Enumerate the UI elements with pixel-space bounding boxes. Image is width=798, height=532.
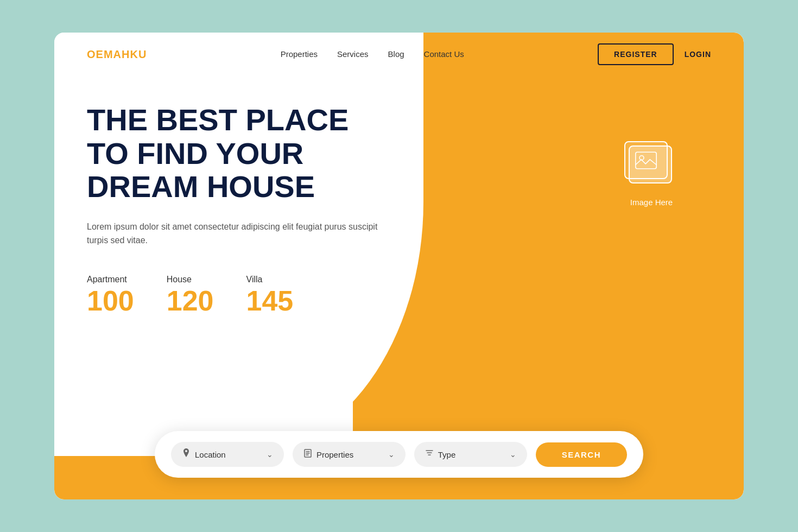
- location-dropdown[interactable]: Location ⌄: [171, 442, 284, 467]
- search-button[interactable]: SEARCH: [536, 442, 627, 467]
- nav-links: Properties Services Blog Contact Us: [281, 49, 464, 59]
- nav-actions: REGISTER LOGIN: [598, 43, 711, 65]
- hero-title: THE BEST PLACE TO FIND YOUR DREAM HOUSE: [87, 103, 391, 204]
- location-icon: [182, 448, 191, 460]
- stat-apartment: Apartment 100: [87, 275, 134, 315]
- nav-services[interactable]: Services: [337, 49, 369, 59]
- location-label: Location: [195, 450, 262, 459]
- stat-house-number: 120: [167, 287, 214, 315]
- hero-content: THE BEST PLACE TO FIND YOUR DREAM HOUSE …: [87, 103, 391, 315]
- navbar: OEMAHKU Properties Services Blog Contact…: [54, 33, 744, 76]
- svg-rect-0: [636, 152, 656, 168]
- search-bar: Location ⌄ Properties ⌄: [155, 431, 643, 478]
- nav-blog[interactable]: Blog: [388, 49, 404, 59]
- stat-villa: Villa 145: [246, 275, 294, 315]
- stat-house-label: House: [167, 275, 214, 284]
- stat-villa-label: Villa: [246, 275, 294, 284]
- properties-icon: [303, 448, 312, 460]
- type-icon: [425, 448, 434, 460]
- type-label: Type: [438, 450, 505, 459]
- type-chevron-icon: ⌄: [510, 450, 516, 459]
- image-icon: [624, 141, 679, 190]
- image-placeholder: Image Here: [624, 141, 679, 207]
- svg-point-1: [639, 155, 644, 160]
- properties-label: Properties: [316, 450, 384, 459]
- nav-contact[interactable]: Contact Us: [424, 49, 464, 59]
- stat-villa-number: 145: [246, 287, 294, 315]
- hero-description: Lorem ipsum dolor sit amet consectetur a…: [87, 220, 391, 248]
- search-bar-container: Location ⌄ Properties ⌄: [155, 431, 643, 478]
- properties-chevron-icon: ⌄: [388, 450, 395, 459]
- page-container: OEMAHKU Properties Services Blog Contact…: [54, 33, 744, 499]
- stat-house: House 120: [167, 275, 214, 315]
- register-button[interactable]: REGISTER: [598, 43, 674, 65]
- stat-apartment-number: 100: [87, 287, 134, 315]
- logo: OEMAHKU: [87, 48, 147, 61]
- type-dropdown[interactable]: Type ⌄: [414, 442, 527, 467]
- image-here-label: Image Here: [630, 198, 673, 207]
- login-button[interactable]: LOGIN: [685, 50, 711, 59]
- nav-properties[interactable]: Properties: [281, 49, 318, 59]
- location-chevron-icon: ⌄: [267, 450, 273, 459]
- stat-apartment-label: Apartment: [87, 275, 134, 284]
- properties-dropdown[interactable]: Properties ⌄: [293, 442, 406, 467]
- stats-row: Apartment 100 House 120 Villa 145: [87, 275, 391, 315]
